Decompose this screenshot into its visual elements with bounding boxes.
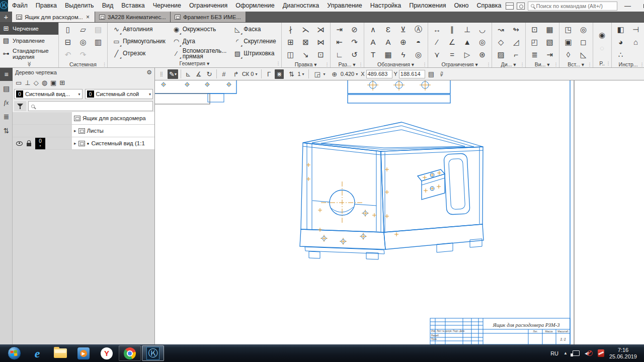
nav-item-standard-parts[interactable]: ⊶ Стандартные изделия [0,47,58,61]
view-manager-icon[interactable]: ▦ [542,23,557,36]
current-view-select[interactable]: 0 Системный вид... ▾ [14,89,83,99]
tab-yashchik[interactable]: Ящик для расходом... × [12,12,95,22]
point-cloud-icon[interactable]: ∴ [613,48,628,61]
auxiliary-line-button[interactable]: ⁄Вспомогатель... прямая [169,48,230,60]
interface-layout-icon[interactable] [506,3,514,10]
layer-zero-badge[interactable]: 0• [35,138,45,149]
menu-item-4[interactable]: Вставка [117,0,148,12]
volume-muted-icon[interactable]: ◀ [585,350,593,357]
menu-item-7[interactable]: Оформление [231,0,279,12]
quick-dimension-icon[interactable]: ϟ [396,48,411,61]
leader-line-icon[interactable]: ∧ [366,23,381,36]
chrome-button[interactable] [119,345,141,361]
eyedropper-icon[interactable]: ✑ [437,69,446,79]
expand-arrow-icon[interactable]: ▸ [74,141,76,146]
gear-icon[interactable]: ⚙ [146,69,152,76]
current-layer-select[interactable]: 0 Системный слой ▾ [85,89,153,99]
measure-angle-icon[interactable]: ◇ [494,36,509,48]
collapse-ribbon-button[interactable]: ≫ [0,61,58,67]
arc-button[interactable]: ◠Дуга [169,35,230,47]
variables-icon[interactable]: fx [0,96,13,109]
delete-part-icon[interactable]: ⊘ [347,23,362,36]
kompas-app-button[interactable]: Ⓚ [142,345,164,361]
mirror-objects-icon[interactable]: ⋈ [313,36,329,48]
clock[interactable]: 7:16 25.06.2019 [609,347,637,360]
redo-icon[interactable]: ↷ [75,48,91,61]
new-view-icon[interactable]: ⊡ [527,23,542,36]
check-document-icon[interactable]: ⌐ [509,48,524,61]
insert-fragment-icon[interactable]: ⊞ [59,79,65,86]
fixation-icon[interactable]: ▲ [460,36,475,48]
drawing-canvas[interactable]: Ящик для расходомера РЗМ-3 Лит. Масса Ма… [155,80,644,344]
menu-item-2[interactable]: Выделить [61,0,98,12]
y-coordinate-field[interactable]: 188.614 [399,70,425,78]
ortho-corner-icon[interactable]: Γ [264,69,273,79]
zoom-select[interactable]: ⊕ 0.420 ▾ [329,69,360,79]
segment-button[interactable]: ╱Отрезок [109,48,169,60]
visibility-eye-icon[interactable] [16,141,23,146]
copy-properties-icon[interactable]: ◫ [283,48,298,61]
fillet-button[interactable]: ◜Скругление [230,35,279,47]
ortho-snap-icon[interactable]: ⊾ [184,69,193,79]
split-curve-icon[interactable]: ⇥ [332,23,347,36]
perpendicularity-icon[interactable]: ⊥ [460,23,475,36]
equality-icon[interactable]: = [445,48,460,61]
tree-item-document[interactable]: Ящик для расходомера [13,112,154,125]
insert-object-icon[interactable]: ◻ [576,36,591,48]
insert-link-icon[interactable]: ◺ [576,48,591,61]
truncate-curve-icon[interactable]: ∤ [283,23,298,36]
snap-settings-button[interactable]: ✎ ▾ [168,69,178,79]
parallelism-icon[interactable]: ∥ [445,23,460,36]
layer-manager-icon[interactable]: ≣ [527,48,542,61]
save-icon[interactable]: ▤ [91,23,106,36]
tangency-icon[interactable]: ◡ [475,23,490,36]
center-mark-icon[interactable]: ◎ [411,48,426,61]
coincidence-icon[interactable]: ⊛ [475,48,490,61]
ribbon-group-label-views[interactable]: Ви... ▾ [526,61,559,68]
layer-select[interactable]: ⇅ 1 ▾ [285,69,305,79]
marking-symbol-icon[interactable]: ◓ [411,36,426,48]
language-indicator[interactable]: RU [550,350,558,356]
menu-item-10[interactable]: Настройка [366,0,406,12]
table-icon[interactable]: ▦ [381,48,396,61]
contour-outline-icon[interactable]: ⌂ [628,36,643,48]
weld-symbol-icon[interactable]: ⊕ [396,36,411,48]
restore-button[interactable] [638,1,644,11]
insert-macro-icon[interactable]: ◎ [576,23,591,36]
dimension-linear-icon[interactable]: А [366,36,381,48]
internet-explorer-button[interactable]: e [26,345,48,361]
hidden-icons-arrow[interactable]: ▲ [564,351,568,355]
new-document-icon[interactable]: ▯ [60,23,75,36]
menu-item-1[interactable]: Правка [32,0,61,12]
change-order-icon[interactable]: ⇅ [0,124,13,137]
start-button[interactable] [3,345,25,361]
drawing-tree-icon[interactable]: ≡ [0,68,13,81]
menu-item-8[interactable]: Диагностика [279,0,323,12]
ruler-icon[interactable]: ▤ [427,69,436,79]
print-icon[interactable]: ⊟ [60,36,75,48]
region-tool-icon[interactable]: ◕ [613,36,628,48]
tab-fragment[interactable]: Фрагмент БЕЗ ИМЕ... [171,12,246,22]
angle-snap-icon[interactable]: ∡ [194,69,203,79]
edit-arc-icon[interactable]: ↷ [347,36,362,48]
objects-filter-icon[interactable]: ◍ [42,79,47,86]
menu-item-3[interactable]: Вид [98,0,118,12]
rectangle-button[interactable]: ▭Прямоугольник [109,35,169,47]
collinearity-icon[interactable]: ∕ [430,36,445,48]
datum-symbol-icon[interactable]: ⊻ [396,23,411,36]
yandex-browser-button[interactable]: Y [96,345,118,361]
minimize-button[interactable]: — [620,1,635,11]
menu-item-0[interactable]: Файл [8,0,32,12]
open-document-icon[interactable]: ▱ [75,23,91,36]
expand-arrow-icon[interactable]: ▸ [74,128,76,133]
contour-tool-icon[interactable]: ◧ [613,23,628,36]
split-into-parts-icon[interactable]: ⇤ [332,36,347,48]
save-as-icon[interactable]: ▥ [91,36,106,48]
coordinate-system-select[interactable]: ↱ СК 0 ▾ [230,69,259,79]
tree-search-input[interactable] [28,101,153,111]
menu-item-13[interactable]: Справка [473,0,506,12]
command-search[interactable] [528,2,617,11]
horizontality-icon[interactable]: ↔ [430,23,445,36]
local-fragment-icon[interactable]: ◊ [561,48,576,61]
ribbon-group-label-review[interactable]: Р.. [593,60,611,67]
